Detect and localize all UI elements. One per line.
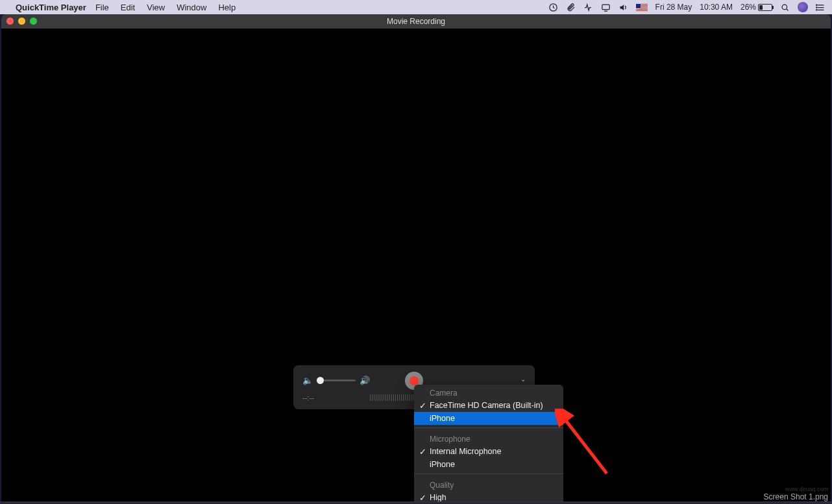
display-icon[interactable] xyxy=(601,3,611,12)
battery-status[interactable]: 26% xyxy=(740,3,772,12)
notification-center-icon[interactable] xyxy=(816,3,826,12)
dropdown-divider xyxy=(414,427,563,428)
time-display: --:-- xyxy=(302,394,314,402)
svg-rect-1 xyxy=(602,5,609,10)
dropdown-section-microphone: Microphone xyxy=(414,431,563,445)
options-dropdown: Camera FaceTime HD Camera (Built-in) iPh… xyxy=(414,385,563,504)
sync-icon[interactable] xyxy=(548,3,558,12)
zoom-button[interactable] xyxy=(30,18,37,25)
menubar-time[interactable]: 10:30 AM xyxy=(700,3,733,12)
svg-point-2 xyxy=(782,5,787,10)
volume-high-icon: 🔊 xyxy=(360,376,370,385)
watermark: www.deuaq.com xyxy=(785,486,828,492)
menu-edit[interactable]: Edit xyxy=(121,3,135,12)
volume-slider-group: 🔈 🔊 xyxy=(302,376,370,385)
dropdown-item-iphone-camera[interactable]: iPhone xyxy=(414,412,563,425)
app-name[interactable]: QuickTime Player xyxy=(16,3,86,12)
screenshot-filename: Screen Shot 1.png xyxy=(764,492,828,501)
svg-point-5 xyxy=(816,9,817,10)
menu-window[interactable]: Window xyxy=(177,3,206,12)
options-dropdown-caret-icon[interactable]: ⌄ xyxy=(520,376,526,383)
window-title: Movie Recording xyxy=(387,17,445,26)
menu-view[interactable]: View xyxy=(147,3,165,12)
minimize-button[interactable] xyxy=(18,18,25,25)
siri-icon[interactable] xyxy=(798,2,808,12)
traffic-lights xyxy=(6,18,37,25)
dock-strip xyxy=(0,501,832,504)
battery-icon xyxy=(758,4,772,11)
attachment-icon[interactable] xyxy=(566,3,576,12)
dropdown-section-quality: Quality xyxy=(414,477,563,491)
svg-point-3 xyxy=(816,5,817,5)
menubar-status: Fri 28 May 10:30 AM 26% xyxy=(548,2,826,12)
dropdown-item-iphone-mic[interactable]: iPhone xyxy=(414,458,563,471)
volume-low-icon: 🔈 xyxy=(302,376,313,385)
dropdown-item-internal-mic[interactable]: Internal Microphone xyxy=(414,445,563,458)
menubar-date[interactable]: Fri 28 May xyxy=(655,3,692,12)
svg-point-4 xyxy=(816,6,817,7)
menubar: QuickTime Player File Edit View Window H… xyxy=(0,0,832,14)
battery-percent: 26% xyxy=(740,3,756,12)
dropdown-divider xyxy=(414,474,563,474)
titlebar[interactable]: Movie Recording xyxy=(1,14,831,29)
volume-slider[interactable] xyxy=(317,379,356,381)
spotlight-icon[interactable] xyxy=(780,3,790,12)
input-source-flag-icon[interactable] xyxy=(636,4,648,11)
activity-icon[interactable] xyxy=(583,3,593,12)
volume-icon[interactable] xyxy=(618,3,628,12)
menu-help[interactable]: Help xyxy=(218,3,236,12)
menu-file[interactable]: File xyxy=(95,3,109,12)
dropdown-item-facetime-camera[interactable]: FaceTime HD Camera (Built-in) xyxy=(414,399,563,412)
dropdown-section-camera: Camera xyxy=(414,385,563,399)
close-button[interactable] xyxy=(6,18,14,25)
record-dot-icon xyxy=(410,376,419,385)
